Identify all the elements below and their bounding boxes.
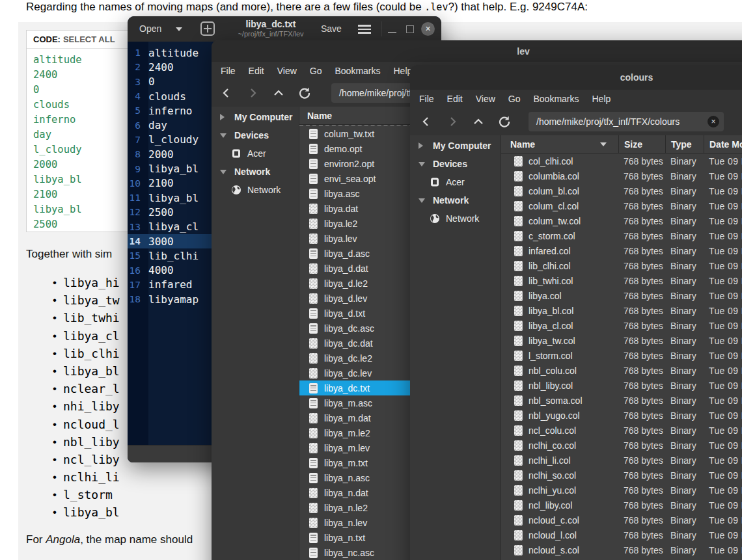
file-row[interactable]: ncloud_c.col 768 bytes Binary Tue 09 Ma bbox=[501, 513, 742, 527]
file-name: libya_n.dat bbox=[324, 488, 368, 498]
file-name-cell: nbl_soma.col bbox=[501, 395, 618, 406]
open-button[interactable]: Open bbox=[139, 23, 161, 34]
expander-arrow-icon[interactable] bbox=[220, 133, 227, 138]
file-row[interactable]: nbl_colu.col 768 bytes Binary Tue 09 Ma bbox=[501, 363, 742, 378]
file-row[interactable]: colum_bl.col 768 bytes Binary Tue 09 Ma bbox=[501, 183, 742, 198]
file-row[interactable]: ncloud_l.col 768 bytes Binary Tue 09 Ma bbox=[501, 527, 742, 542]
colours-titlebar[interactable]: colours bbox=[410, 65, 742, 90]
menu-item[interactable]: Bookmarks bbox=[527, 94, 585, 104]
file-row[interactable]: libya_cl.col 768 bytes Binary Tue 09 Ma bbox=[501, 318, 742, 333]
editor-titlebar[interactable]: Open libya_dc.txt ~/proj/tfx_inf/TFX/lev… bbox=[128, 16, 441, 42]
file-row[interactable]: ncl_colu.col 768 bytes Binary Tue 09 Ma bbox=[501, 423, 742, 438]
file-row[interactable]: l_storm.col 768 bytes Binary Tue 09 Ma bbox=[501, 348, 742, 363]
file-row[interactable]: ncloud_s.col 768 bytes Binary Tue 09 Ma bbox=[501, 542, 742, 557]
menu-item[interactable]: View bbox=[469, 94, 502, 104]
clear-address-icon[interactable]: × bbox=[708, 116, 719, 127]
file-row[interactable]: nbl_liby.col 768 bytes Binary Tue 09 Ma bbox=[501, 378, 742, 393]
file-row[interactable]: c_storm.col 768 bytes Binary Tue 09 Ma bbox=[501, 228, 742, 243]
expander-arrow-icon[interactable] bbox=[220, 170, 227, 174]
bullet-item: nhi_liby bbox=[26, 397, 133, 415]
menu-item[interactable]: Bookmarks bbox=[328, 66, 387, 76]
menu-item[interactable]: Edit bbox=[441, 94, 469, 104]
date-column-header[interactable]: Date Modi bbox=[704, 135, 742, 153]
up-button[interactable] bbox=[270, 85, 287, 101]
menu-item[interactable]: Go bbox=[303, 66, 329, 76]
type-column-header[interactable]: Type bbox=[665, 135, 704, 153]
back-button[interactable] bbox=[218, 85, 235, 101]
file-size-cell: 768 bytes bbox=[618, 156, 665, 167]
expander-arrow-icon[interactable] bbox=[419, 142, 423, 149]
menu-item[interactable]: File bbox=[214, 66, 242, 76]
file-icon bbox=[514, 515, 523, 526]
menu-item[interactable]: Edit bbox=[242, 66, 271, 76]
file-name: ncloud_l.col bbox=[529, 530, 577, 540]
sidebar-item[interactable]: Network bbox=[212, 163, 299, 181]
sidebar-item[interactable]: Network bbox=[410, 191, 501, 209]
size-column-header[interactable]: Size bbox=[618, 135, 665, 153]
menu-hamburger-icon[interactable] bbox=[358, 25, 371, 36]
file-name: envi_sea.opt bbox=[324, 174, 376, 184]
file-row[interactable]: libya_bl.col 768 bytes Binary Tue 09 Ma bbox=[501, 303, 742, 318]
close-button[interactable]: × bbox=[421, 22, 435, 36]
file-type-cell: Binary bbox=[665, 246, 704, 256]
menu-item[interactable]: View bbox=[271, 66, 303, 76]
file-row[interactable]: nclhi_yu.col 768 bytes Binary Tue 09 Ma bbox=[501, 483, 742, 498]
name-column-header[interactable]: Name bbox=[307, 111, 332, 121]
file-row[interactable]: columbia.col 768 bytes Binary Tue 09 Ma bbox=[501, 168, 742, 183]
file-icon bbox=[514, 321, 523, 331]
up-button[interactable] bbox=[470, 113, 487, 130]
file-icon bbox=[309, 323, 318, 334]
file-icon bbox=[309, 488, 318, 498]
file-row[interactable]: colum_tw.col 768 bytes Binary Tue 09 Ma bbox=[501, 213, 742, 228]
file-row[interactable]: nbl_yugo.col 768 bytes Binary Tue 09 Ma bbox=[501, 408, 742, 423]
file-row[interactable]: lib_clhi.col 768 bytes Binary Tue 09 Ma bbox=[501, 258, 742, 273]
menu-item[interactable]: File bbox=[413, 94, 441, 104]
sidebar-item[interactable]: Acer bbox=[212, 144, 299, 163]
sidebar-item[interactable]: Network bbox=[410, 209, 501, 228]
line-number: 10 bbox=[128, 178, 145, 189]
expander-arrow-icon[interactable] bbox=[419, 162, 425, 167]
file-name: colum_cl.col bbox=[529, 201, 579, 211]
file-icon bbox=[309, 204, 318, 214]
address-bar[interactable]: /home/mike/proj/tfx_inf/TFX/colours× bbox=[529, 112, 724, 131]
sidebar-item[interactable]: Devices bbox=[212, 126, 299, 144]
expander-arrow-icon[interactable] bbox=[419, 198, 425, 203]
save-button[interactable]: Save bbox=[321, 23, 342, 34]
line-number: 5 bbox=[128, 105, 145, 116]
file-name: demo.opt bbox=[324, 144, 362, 154]
expander-arrow-icon[interactable] bbox=[220, 114, 225, 120]
maximize-button[interactable] bbox=[406, 25, 414, 33]
file-name-cell: nclhi_li.col bbox=[501, 455, 618, 466]
menu-item[interactable]: Help bbox=[586, 94, 618, 104]
sidebar-item[interactable]: My Computer bbox=[410, 137, 501, 155]
line-text: 4000 bbox=[145, 264, 174, 276]
file-row[interactable]: ncl_liby.col 768 bytes Binary Tue 09 Ma bbox=[501, 498, 742, 513]
file-row[interactable]: colum_cl.col 768 bytes Binary Tue 09 Ma bbox=[501, 198, 742, 213]
file-row[interactable]: libya_tw.col 768 bytes Binary Tue 09 Ma bbox=[501, 333, 742, 348]
sidebar-item[interactable]: Network bbox=[212, 181, 299, 199]
file-row[interactable]: col_clhi.col 768 bytes Binary Tue 09 Ma bbox=[501, 153, 742, 168]
select-all-link[interactable]: SELECT ALL bbox=[63, 34, 115, 44]
file-icon bbox=[514, 171, 523, 181]
sidebar-item[interactable]: Devices bbox=[410, 155, 501, 173]
reload-button[interactable] bbox=[296, 85, 313, 101]
file-row[interactable]: nclhi_li.col 768 bytes Binary Tue 09 Ma bbox=[501, 453, 742, 468]
sidebar-item[interactable]: Acer bbox=[410, 173, 501, 191]
colours-content: My Computer Devices Acer bbox=[410, 135, 742, 560]
sidebar-item[interactable]: My Computer bbox=[212, 108, 299, 126]
minimize-button[interactable] bbox=[388, 32, 396, 33]
file-row[interactable]: libya.col 768 bytes Binary Tue 09 Ma bbox=[501, 288, 742, 303]
back-button[interactable] bbox=[418, 113, 435, 130]
lev-titlebar[interactable]: lev bbox=[212, 40, 742, 62]
name-column-header[interactable]: Name bbox=[501, 135, 618, 153]
menu-item[interactable]: Go bbox=[502, 94, 527, 104]
forward-button[interactable] bbox=[444, 113, 461, 130]
file-row[interactable]: nbl_soma.col 768 bytes Binary Tue 09 Ma bbox=[501, 393, 742, 408]
forward-button[interactable] bbox=[244, 85, 261, 101]
reload-button[interactable] bbox=[496, 113, 513, 130]
file-row[interactable]: infared.col 768 bytes Binary Tue 09 Ma bbox=[501, 243, 742, 258]
file-row[interactable]: nclhi_so.col 768 bytes Binary Tue 09 Ma bbox=[501, 468, 742, 483]
file-row[interactable]: lib_twhi.col 768 bytes Binary Tue 09 Ma bbox=[501, 273, 742, 288]
file-row[interactable]: nclhi_co.col 768 bytes Binary Tue 09 Ma bbox=[501, 438, 742, 453]
file-size-cell: 768 bytes bbox=[618, 500, 665, 511]
